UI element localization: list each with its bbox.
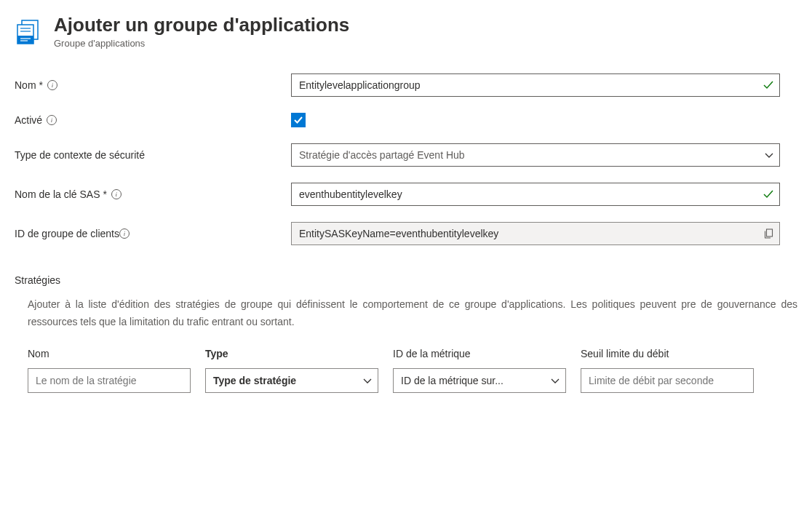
policy-name-input[interactable] (28, 368, 191, 393)
policies-section-label: Stratégies (15, 274, 797, 286)
app-group-icon (15, 17, 44, 47)
page-title: Ajouter un groupe d'applications (54, 15, 349, 36)
client-group-id-input (291, 222, 780, 245)
sas-key-input[interactable] (291, 183, 780, 206)
name-input[interactable] (291, 73, 780, 97)
svg-rect-2 (17, 36, 33, 44)
info-icon[interactable]: i (47, 115, 57, 125)
svg-rect-7 (767, 229, 773, 236)
policies-description: Ajouter à la liste d'édition des stratég… (15, 296, 797, 331)
policies-table-row: Type de stratégie ID de la métrique sur.… (15, 368, 797, 393)
enabled-label: Activé (15, 114, 42, 126)
enabled-checkbox[interactable] (291, 113, 306, 127)
page-subtitle: Groupe d'applications (54, 38, 349, 49)
sas-key-label: Nom de la clé SAS * (15, 188, 107, 200)
client-group-id-label: ID de groupe de clients (15, 228, 119, 239)
policy-rate-input[interactable] (581, 368, 754, 393)
copy-icon[interactable] (763, 228, 774, 239)
policies-table-header: Nom Type ID de la métrique Seuil limite … (15, 348, 797, 359)
security-context-label: Type de contexte de sécurité (15, 149, 145, 161)
security-context-select[interactable]: Stratégie d'accès partagé Event Hub (291, 143, 780, 167)
page-header: Ajouter un groupe d'applications Groupe … (15, 15, 797, 49)
policy-metric-select[interactable]: ID de la métrique sur... (393, 368, 566, 393)
name-label: Nom * (15, 79, 43, 91)
info-icon[interactable]: i (111, 189, 122, 199)
info-icon[interactable]: i (119, 228, 130, 239)
policy-type-select[interactable]: Type de stratégie (205, 368, 378, 393)
col-header-rate: Seuil limite du débit (581, 348, 754, 359)
col-header-type: Type (205, 348, 378, 359)
col-header-name: Nom (28, 348, 191, 359)
check-icon (293, 115, 303, 125)
col-header-metric: ID de la métrique (393, 348, 566, 359)
info-icon[interactable]: i (47, 80, 57, 90)
